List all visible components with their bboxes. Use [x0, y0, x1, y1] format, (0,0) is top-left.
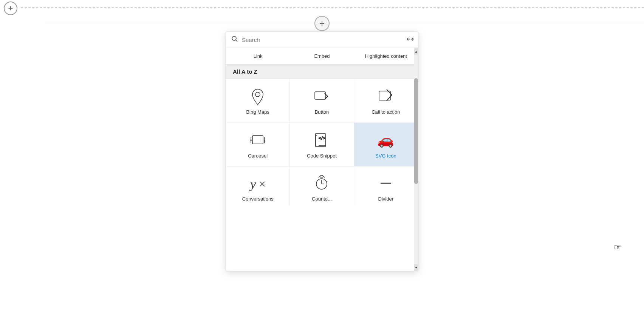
svg-text:y: y [249, 177, 256, 191]
svg-rect-10 [252, 136, 263, 144]
yammer-icon: y [249, 174, 267, 192]
svg-line-23 [319, 176, 320, 178]
search-bar [226, 32, 418, 48]
svg-line-24 [324, 176, 325, 178]
svg-text:</>: </> [319, 136, 325, 140]
car-emoji: 🚗 [377, 132, 394, 148]
category-highlighted-content[interactable]: Highlighted content [354, 48, 418, 64]
category-embed[interactable]: Embed [290, 48, 354, 64]
scrollbar-thumb[interactable] [414, 78, 418, 184]
bottom-partial-row: y Conversations [226, 167, 418, 205]
button-label: Button [315, 109, 329, 116]
code-snippet-label: Code Snippet [307, 153, 337, 159]
button-icon [313, 87, 331, 105]
divider-icon [377, 174, 395, 192]
svg-rect-6 [315, 92, 325, 99]
carousel-label: Carousel [248, 153, 268, 159]
add-section-button-center[interactable]: + [314, 16, 330, 31]
conversations-label: Conversations [242, 196, 274, 202]
web-part-conversations[interactable]: y Conversations [226, 167, 290, 205]
add-section-button-topleft[interactable]: + [4, 2, 17, 15]
svg-rect-25 [320, 176, 323, 177]
web-part-countdown[interactable]: Countd... [290, 167, 354, 205]
web-part-call-to-action[interactable]: Call to action [354, 79, 418, 123]
svg-icon-label: SVG Icon [375, 153, 396, 159]
page-area: + + [0, 0, 644, 309]
web-part-svg-icon[interactable]: 🚗 SVG Icon [354, 123, 418, 167]
section-header-all-a-to-z: All A to Z [226, 65, 418, 79]
web-part-carousel[interactable]: Carousel [226, 123, 290, 167]
scrollbar-arrow-up[interactable]: ▲ [414, 48, 418, 55]
web-part-code-snippet[interactable]: </> Code Snippet [290, 123, 354, 167]
svg-line-1 [236, 40, 238, 42]
svg-point-5 [257, 93, 259, 96]
web-part-divider[interactable]: Divider [354, 167, 418, 205]
call-to-action-icon [377, 87, 395, 105]
carousel-icon [249, 131, 267, 149]
bing-maps-icon [249, 87, 267, 105]
scrollbar-arrow-down[interactable]: ▼ [414, 264, 418, 271]
plus-icon-center: + [319, 18, 325, 29]
search-input[interactable] [242, 37, 403, 43]
category-link[interactable]: Link [226, 48, 290, 64]
call-to-action-label: Call to action [372, 109, 400, 116]
dashed-line-top [21, 7, 644, 8]
clock-icon [313, 174, 331, 192]
top-categories-row: Link Embed Highlighted content [226, 48, 418, 65]
web-part-picker-panel: Link Embed Highlighted content All A to … [226, 31, 418, 271]
svg-icon-car-icon: 🚗 [377, 131, 395, 149]
web-part-grid: Bing Maps Button [226, 79, 418, 167]
bing-maps-label: Bing Maps [246, 109, 269, 116]
countdown-label: Countd... [312, 196, 332, 202]
svg-point-0 [232, 36, 236, 40]
center-divider-line [45, 23, 644, 23]
plus-icon-topleft: + [8, 3, 13, 13]
expand-icon[interactable] [405, 35, 414, 44]
code-snippet-icon: </> [313, 131, 331, 149]
web-part-bing-maps[interactable]: Bing Maps [226, 79, 290, 123]
search-icon [231, 36, 238, 44]
divider-label: Divider [378, 196, 393, 202]
panel-content: Link Embed Highlighted content All A to … [226, 48, 418, 271]
cursor-pointer: ☞ [614, 243, 621, 252]
scrollbar-track: ▲ ▼ [414, 48, 418, 271]
web-part-button[interactable]: Button [290, 79, 354, 123]
